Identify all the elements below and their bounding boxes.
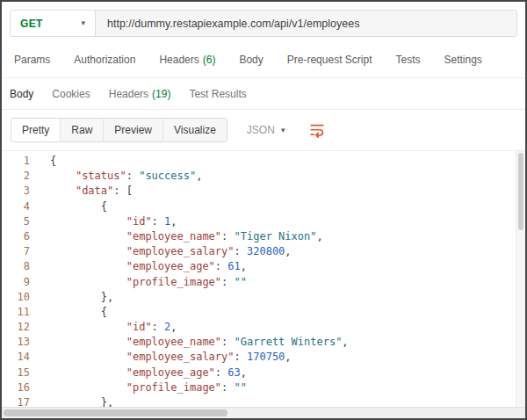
- code-line: 14 "employee_salary": 170750,: [2, 350, 525, 365]
- tab-label: Test Results: [189, 88, 246, 100]
- request-tab-pre-request-script[interactable]: Pre-request Script: [287, 54, 372, 66]
- code-line: 6 "employee_name": "Tiger Nixon",: [2, 229, 525, 244]
- code-line-text: "employee_name": "Garrett Winters",: [50, 335, 349, 350]
- tab-label: Pre-request Script: [287, 54, 372, 66]
- tab-label: Authorization: [74, 54, 135, 66]
- tab-label: Params: [14, 54, 50, 66]
- code-line: 11 {: [2, 305, 525, 320]
- response-tab-test-results[interactable]: Test Results: [189, 88, 246, 100]
- response-tab-headers[interactable]: Headers(19): [109, 88, 171, 100]
- code-line: 2 "status": "success",: [2, 169, 525, 184]
- code-line: 4 {: [2, 199, 525, 214]
- code-line-text: "employee_age": 61,: [50, 259, 247, 274]
- code-line-text: "id": 2,: [50, 320, 177, 335]
- code-line-text: "employee_salary": 170750,: [50, 350, 292, 365]
- code-line-text: "employee_name": "Tiger Nixon",: [50, 229, 323, 244]
- tab-label: Tests: [395, 54, 420, 66]
- code-area: 1{2 "status": "success",3 "data": [4 {5 …: [2, 154, 525, 407]
- code-line-text: "profile_image": "": [50, 275, 247, 290]
- code-line-text: "id": 1,: [50, 214, 177, 229]
- code-line: 13 "employee_name": "Garrett Winters",: [2, 335, 525, 350]
- request-tab-settings[interactable]: Settings: [444, 54, 482, 66]
- code-line: 3 "data": [: [2, 184, 525, 199]
- line-number: 8: [2, 259, 42, 274]
- code-line-text: "profile_image": "": [50, 380, 247, 395]
- line-number: 4: [2, 199, 42, 214]
- api-client-window: GET ▾ http://dummy.restapiexample.com/ap…: [0, 0, 527, 420]
- line-number: 9: [2, 275, 42, 290]
- chevron-down-icon: ▾: [281, 127, 285, 134]
- code-line: 16 "profile_image": "": [2, 380, 525, 395]
- tab-label: Settings: [444, 54, 482, 66]
- horizontal-scrollbar[interactable]: [2, 407, 525, 418]
- line-number: 6: [2, 229, 42, 244]
- code-line: 17 },: [2, 395, 525, 407]
- code-line: 1{: [2, 154, 525, 169]
- wrap-text-button[interactable]: [307, 120, 327, 140]
- line-number: 11: [2, 305, 42, 320]
- code-line-text: },: [50, 290, 113, 305]
- line-number: 10: [2, 290, 42, 305]
- request-tab-body[interactable]: Body: [239, 54, 263, 66]
- code-line: 15 "employee_age": 63,: [2, 366, 525, 380]
- code-line: 10 },: [2, 290, 525, 305]
- line-number: 5: [2, 214, 42, 229]
- language-select-label: JSON: [247, 124, 275, 136]
- request-row: GET ▾ http://dummy.restapiexample.com/ap…: [10, 10, 517, 37]
- view-mode-visualize[interactable]: Visualize: [163, 119, 227, 141]
- line-number: 12: [2, 320, 42, 335]
- tab-label: Headers: [159, 54, 199, 66]
- vertical-scrollbar[interactable]: [516, 151, 525, 407]
- view-mode-preview[interactable]: Preview: [104, 119, 163, 141]
- tab-count: (19): [152, 88, 170, 100]
- code-line-text: {: [50, 199, 107, 214]
- line-number: 3: [2, 184, 42, 199]
- view-mode-raw[interactable]: Raw: [61, 119, 104, 141]
- line-number: 16: [2, 380, 42, 395]
- chevron-down-icon: ▾: [81, 19, 85, 27]
- request-tab-params[interactable]: Params: [14, 54, 50, 66]
- vertical-scrollbar-thumb[interactable]: [518, 153, 523, 230]
- tab-count: (6): [203, 54, 216, 66]
- wrap-text-icon: [309, 122, 325, 138]
- code-line-text: "employee_age": 63,: [50, 366, 247, 380]
- line-number: 14: [2, 350, 42, 365]
- line-number: 13: [2, 335, 42, 350]
- request-tabs: ParamsAuthorizationHeaders(6)BodyPre-req…: [2, 41, 525, 78]
- response-body-editor[interactable]: 1{2 "status": "success",3 "data": [4 {5 …: [2, 150, 525, 407]
- view-mode-pretty[interactable]: Pretty: [11, 119, 61, 141]
- code-line: 7 "employee_salary": 320800,: [2, 244, 525, 259]
- line-number: 15: [2, 366, 42, 380]
- code-line: 5 "id": 1,: [2, 214, 525, 229]
- line-number: 2: [2, 169, 42, 184]
- line-number: 17: [2, 395, 42, 407]
- response-tabs: BodyCookiesHeaders(19)Test Results: [2, 78, 525, 110]
- url-input[interactable]: http://dummy.restapiexample.com/api/v1/e…: [96, 11, 516, 36]
- tab-label: Cookies: [52, 88, 90, 100]
- tab-label: Headers: [109, 88, 148, 100]
- tab-label: Body: [10, 88, 33, 100]
- line-number: 1: [2, 154, 42, 169]
- http-method-label: GET: [20, 18, 43, 30]
- code-line-text: "employee_salary": 320800,: [50, 244, 292, 259]
- code-line-text: "data": [: [50, 184, 133, 199]
- response-tab-cookies[interactable]: Cookies: [52, 88, 90, 100]
- code-line-text: {: [50, 305, 107, 320]
- code-line: 8 "employee_age": 61,: [2, 259, 525, 274]
- line-number: 7: [2, 244, 42, 259]
- code-line: 12 "id": 2,: [2, 320, 525, 335]
- horizontal-scrollbar-thumb[interactable]: [4, 409, 227, 416]
- code-line-text: },: [50, 395, 113, 407]
- request-tab-tests[interactable]: Tests: [395, 54, 420, 66]
- response-view-modes: PrettyRawPreviewVisualize: [11, 118, 227, 142]
- tab-label: Body: [239, 54, 263, 66]
- response-tab-body[interactable]: Body: [10, 88, 33, 100]
- request-tab-headers[interactable]: Headers(6): [159, 54, 215, 66]
- response-view-toolbar: PrettyRawPreviewVisualize JSON ▾: [2, 110, 525, 150]
- code-line: 9 "profile_image": "": [2, 275, 525, 290]
- code-line-text: {: [50, 154, 56, 169]
- request-tab-authorization[interactable]: Authorization: [74, 54, 135, 66]
- request-bar: GET ▾ http://dummy.restapiexample.com/ap…: [2, 2, 525, 41]
- language-select[interactable]: JSON ▾: [240, 119, 292, 141]
- http-method-select[interactable]: GET ▾: [11, 11, 96, 36]
